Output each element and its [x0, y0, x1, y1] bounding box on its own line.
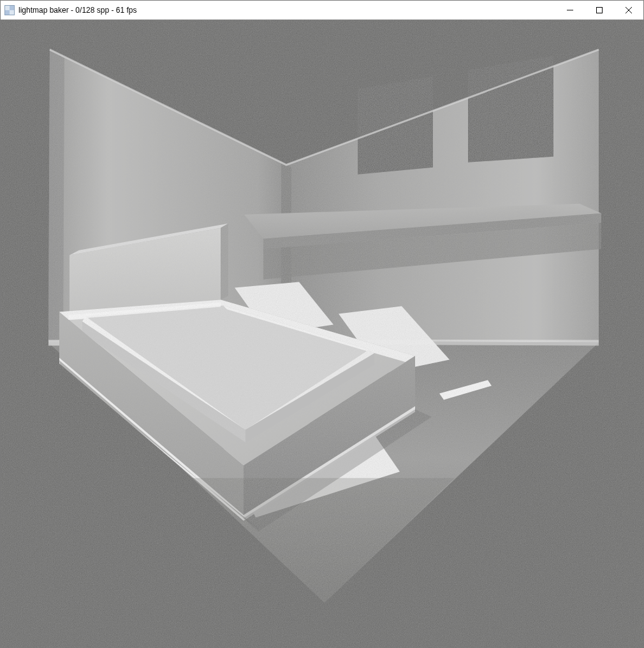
- close-icon: [626, 7, 632, 13]
- rendered-scene: [1, 20, 643, 647]
- maximize-button[interactable]: [585, 1, 614, 19]
- close-button[interactable]: [614, 1, 643, 19]
- application-window: lightmap baker - 0/128 spp - 61 fps: [0, 0, 644, 648]
- render-viewport[interactable]: [1, 20, 643, 647]
- svg-marker-5: [48, 50, 64, 343]
- window-controls: [555, 1, 643, 19]
- window-title: lightmap baker - 0/128 spp - 61 fps: [18, 6, 136, 15]
- minimize-icon: [567, 7, 573, 13]
- svg-rect-1: [597, 7, 603, 13]
- svg-marker-10: [221, 224, 228, 300]
- app-icon: [4, 5, 15, 15]
- minimize-button[interactable]: [555, 1, 585, 19]
- titlebar[interactable]: lightmap baker - 0/128 spp - 61 fps: [1, 1, 643, 20]
- maximize-icon: [596, 7, 603, 13]
